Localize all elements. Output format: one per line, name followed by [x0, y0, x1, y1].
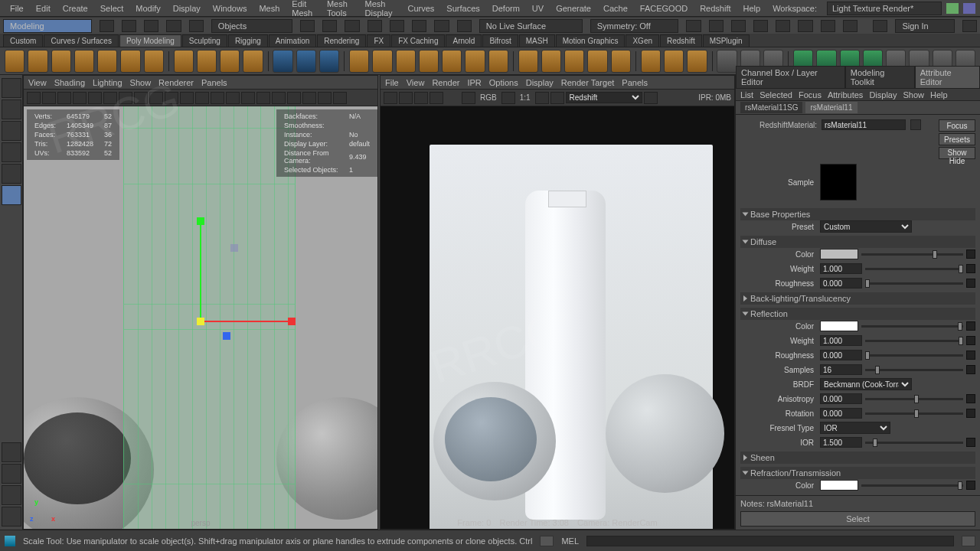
tab-attribute-editor[interactable]: Attribute Editor [915, 66, 980, 89]
shelftab-xgen[interactable]: XGen [626, 34, 659, 47]
redo-icon[interactable] [189, 20, 204, 32]
rv-menu-display[interactable]: Display [526, 78, 554, 87]
rv-menu-options[interactable]: Options [489, 78, 518, 87]
menu-redshift[interactable]: Redshift [694, 2, 736, 15]
play-step-fwd-icon[interactable] [821, 20, 835, 32]
save-scene-icon[interactable] [144, 20, 158, 32]
shelftab-msplugin[interactable]: MSPlugin [703, 34, 750, 47]
menu-help[interactable]: Help [738, 2, 766, 15]
menu-create[interactable]: Create [57, 2, 93, 15]
poly-plane-icon[interactable] [120, 50, 140, 73]
menu-file[interactable]: File [5, 2, 29, 15]
detach-icon[interactable] [488, 50, 508, 73]
rv-ipr-icon[interactable] [399, 92, 413, 104]
refraction-color-map[interactable] [966, 481, 975, 490]
shelftab-rigging[interactable]: Rigging [228, 34, 268, 47]
reflection-weight-map[interactable] [966, 336, 975, 345]
single-pane-icon[interactable] [2, 442, 21, 462]
fill-icon[interactable] [419, 50, 439, 73]
axis-x-handle[interactable] [288, 318, 296, 325]
ipr-icon[interactable] [709, 20, 724, 32]
reflection-roughness-slider[interactable] [865, 354, 963, 357]
vp-tool-icon[interactable] [272, 92, 286, 104]
offset-loop-icon[interactable] [687, 50, 707, 73]
snap-point-icon[interactable] [412, 20, 426, 32]
axis-y-handle[interactable] [197, 217, 204, 225]
shelftab-arnold[interactable]: Arnold [446, 34, 482, 47]
poly-torus-icon[interactable] [97, 50, 117, 73]
vp-tool-icon[interactable] [103, 92, 117, 104]
vp-tool-icon[interactable] [42, 92, 56, 104]
render-icon[interactable] [686, 20, 701, 32]
vp-tool-icon[interactable] [165, 92, 178, 104]
snap-grid-icon[interactable] [368, 20, 382, 32]
diffuse-weight-slider[interactable] [865, 268, 963, 270]
merge-icon[interactable] [564, 50, 584, 73]
separate-icon[interactable] [296, 50, 316, 73]
command-line[interactable] [586, 536, 954, 546]
extrude-icon[interactable] [372, 50, 392, 73]
bevel-icon[interactable] [518, 50, 538, 73]
fresnel-dropdown[interactable]: IOR [820, 422, 890, 434]
rotation-field[interactable] [820, 408, 862, 419]
tab-channelbox[interactable]: Channel Box / Layer Editor [736, 66, 845, 89]
vp-menu-view[interactable]: View [28, 78, 47, 87]
vp-tool-icon[interactable] [287, 92, 301, 104]
rv-menu-ipr[interactable]: IPR [467, 78, 481, 87]
ae-display[interactable]: Display [869, 90, 897, 99]
shelftab-redshift[interactable]: Redshift [660, 34, 702, 47]
menu-windows[interactable]: Windows [207, 2, 253, 15]
rv-keep-icon[interactable] [462, 92, 475, 104]
menu-display[interactable]: Display [168, 2, 206, 15]
vp-tool-icon[interactable] [333, 92, 347, 104]
rotate-tool[interactable] [2, 142, 21, 162]
shelftab-poly[interactable]: Poly Modeling [119, 34, 181, 47]
collapse-icon[interactable] [465, 50, 485, 73]
rv-fit-icon[interactable] [550, 92, 564, 104]
ae-attrs[interactable]: Attributes [828, 90, 863, 99]
menu-modify[interactable]: Modify [130, 2, 165, 15]
outliner-icon[interactable] [2, 507, 21, 527]
vp-menu-show[interactable]: Show [130, 78, 152, 87]
shelftab-fx[interactable]: FX [367, 34, 390, 47]
ior-map[interactable] [966, 438, 975, 447]
rotation-map[interactable] [966, 409, 975, 418]
rv-save-icon[interactable] [430, 92, 443, 104]
rv-menu-file[interactable]: File [385, 78, 399, 87]
reflection-weight-field[interactable] [820, 335, 862, 346]
diffuse-weight-field[interactable] [820, 263, 862, 274]
sel-icon[interactable] [300, 20, 315, 32]
signin-dropdown[interactable]: Sign In [895, 19, 954, 33]
poly-text-icon[interactable] [220, 50, 240, 73]
menu-meshdisplay[interactable]: Mesh Display [360, 0, 401, 20]
rv-menu-target[interactable]: Render Target [561, 78, 615, 87]
rotation-slider[interactable] [865, 412, 963, 415]
menu-meshtools[interactable]: Mesh Tools [322, 0, 358, 20]
poly-platonic-icon[interactable] [174, 50, 194, 73]
insert-loop-icon[interactable] [664, 50, 684, 73]
preset-dropdown[interactable]: Custom [820, 220, 912, 233]
ior-slider[interactable] [865, 442, 963, 444]
shelftab-sculpt[interactable]: Sculpting [182, 34, 227, 47]
shelftab-render[interactable]: Rendering [317, 34, 366, 47]
menu-uv[interactable]: UV [527, 2, 549, 15]
reflection-samples-slider[interactable] [865, 369, 963, 371]
diffuse-roughness-field[interactable] [820, 278, 862, 289]
ae-list[interactable]: List [740, 90, 753, 99]
vp-tool-icon[interactable] [73, 92, 87, 104]
menu-editmesh[interactable]: Edit Mesh [286, 0, 320, 20]
livesurface-dropdown[interactable]: No Live Surface [479, 19, 583, 33]
marketplace-icon[interactable] [962, 20, 977, 32]
shelftab-mash[interactable]: MASH [519, 34, 555, 47]
reflection-roughness-map[interactable] [966, 350, 975, 360]
rv-menu-view[interactable]: View [407, 78, 425, 87]
rv-colorspace[interactable]: RGB [477, 93, 500, 102]
vp-tool-icon[interactable] [226, 92, 240, 104]
brdf-dropdown[interactable]: Beckmann (Cook-Torrance) [820, 378, 912, 390]
section-refraction[interactable]: Refraction/Transmission [740, 467, 975, 479]
vp-tool-icon[interactable] [318, 92, 332, 104]
bridge-icon[interactable] [396, 50, 416, 73]
vp-tool-icon[interactable] [180, 92, 194, 104]
vp-tool-icon[interactable] [134, 92, 148, 104]
poly-sphere-icon[interactable] [5, 50, 24, 73]
